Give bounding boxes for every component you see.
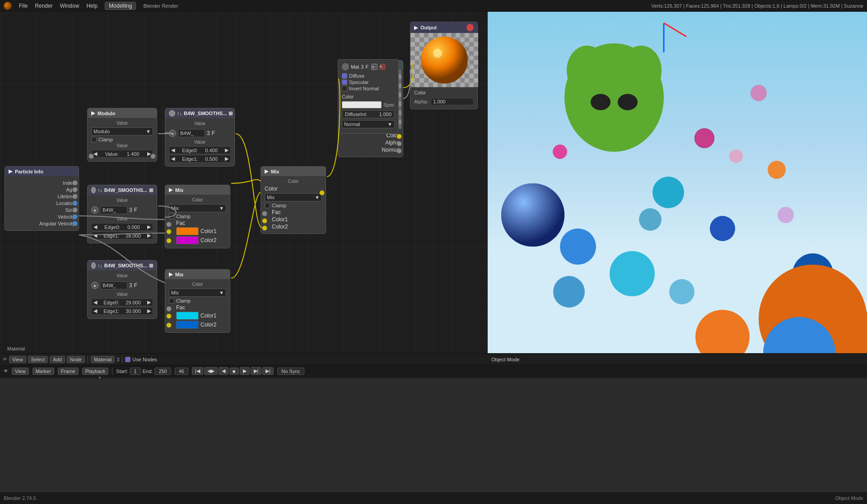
output-alpha-input[interactable]: 1.000 <box>431 98 474 105</box>
color-swatch-white[interactable] <box>342 101 382 108</box>
output-close-btn[interactable] <box>466 24 474 31</box>
smooth3-edge0-input[interactable]: ◀ Edge0: 29.000 ▶ <box>91 299 153 306</box>
mix1-clamp-checkbox[interactable] <box>169 214 174 219</box>
viewport-mode-label: Object Mode <box>491 357 519 362</box>
step-fwd-btn[interactable]: ▶| <box>251 367 262 375</box>
diffuse-int-row[interactable]: DiffuseInt: 1.000 <box>342 110 395 118</box>
smooth3-node[interactable]: ↑↓ B4W_SMOOTHS... ⊞ Value ● B4W_ 3 F Val… <box>87 260 157 319</box>
diffuse-checkbox[interactable] <box>342 73 347 79</box>
mix2-color2-socket <box>262 225 267 231</box>
mat-header-row: Mat 3 F + × <box>342 63 395 70</box>
playback-bar: 👁 View Marker Frame Playback Start: 1 En… <box>0 365 867 377</box>
specular-checkbox[interactable] <box>342 79 347 85</box>
mix3-clamp-checkbox[interactable] <box>169 298 174 303</box>
svg-point-32 <box>653 177 684 208</box>
mix1-node[interactable]: ▶ Mix Color Mix ▼ Clamp Fac Color1 <box>165 185 230 248</box>
modulo-node[interactable]: ▶ Modulo Value Modulo ▼ Clamp Value ◀ Va… <box>87 108 157 162</box>
svg-point-31 <box>695 310 750 353</box>
playback-btn[interactable]: Playback <box>82 368 109 375</box>
normal-dropdown[interactable]: Normal ▼ <box>342 120 395 128</box>
start-frame-input[interactable]: 1 <box>130 368 141 375</box>
current-frame-input[interactable]: 46 <box>175 368 188 375</box>
menu-file[interactable]: File <box>19 3 28 9</box>
use-nodes-checkbox[interactable] <box>125 357 131 362</box>
output-icon: ▶ <box>414 25 418 31</box>
invert-normal-checkbox[interactable] <box>342 86 347 91</box>
node-menu[interactable]: Node <box>67 356 85 363</box>
particle-info-node[interactable]: ▶ Particle Info Index Age Lifetime Locat… <box>5 166 79 231</box>
view-menu[interactable]: View <box>9 356 26 363</box>
mix1-color2-swatch[interactable] <box>176 236 199 244</box>
status-bar-stats: Verts:126,307 | Faces:125,964 | Tris:251… <box>651 3 863 9</box>
jump-end-btn[interactable]: ▶| <box>262 367 274 375</box>
play-btn[interactable]: ▶ <box>240 367 250 375</box>
stop-btn[interactable]: ■ <box>229 368 239 375</box>
smooth1-node[interactable]: ↑↓ B4W_SMOOTHS... ⊞ Value ● B4W_ 3 F Val… <box>165 108 235 167</box>
mix3-body: Color Mix ▼ Clamp Fac Color1 Color2 <box>165 279 230 332</box>
smooth1-edge0-input[interactable]: ◀ Edge0: 0.400 ▶ <box>169 146 231 154</box>
marker-btn[interactable]: Marker <box>33 368 54 375</box>
modulo-icon: ▶ <box>91 110 95 116</box>
node-editor-bottom-bar: 👁 View Select Add Node Material 3 Use No… <box>0 353 488 365</box>
frame-btn[interactable]: Frame <box>58 368 79 375</box>
mix2-dropdown[interactable]: Mix ▼ <box>265 193 322 201</box>
play-back-btn[interactable]: ◀▶ <box>204 367 218 375</box>
smooth2-edge0-input[interactable]: ◀ Edge0: 0.000 ▶ <box>91 223 153 231</box>
node-editor[interactable]: ▶ Particle Info Index Age Lifetime Locat… <box>0 12 488 353</box>
bottom-status-text: Blender 2.74.5 <box>4 495 36 501</box>
workspace-title[interactable]: Modelling <box>105 2 136 10</box>
mix2-node[interactable]: ▶ Mix Color Color Mix ▼ Clamp Fac <box>261 166 326 234</box>
3d-viewport[interactable] <box>488 12 867 353</box>
select-menu[interactable]: Select <box>28 356 48 363</box>
menu-window[interactable]: Window <box>60 3 79 9</box>
smooth1-dropdown[interactable]: B4W_ <box>178 129 205 137</box>
svg-point-26 <box>560 229 596 265</box>
mix1-dropdown[interactable]: Mix ▼ <box>169 204 226 212</box>
particle-age-socket <box>72 187 78 192</box>
modulo-dropdown[interactable]: Modulo ▼ <box>91 127 153 135</box>
end-frame-input[interactable]: 250 <box>154 368 171 375</box>
particle-size-socket <box>72 207 78 213</box>
smooth2-icon <box>91 187 96 193</box>
smooth2-node[interactable]: ↑↓ B4W_SMOOTHS... ⊞ Value ● B4W_ 3 F Val… <box>87 185 157 243</box>
mix1-color1-swatch[interactable] <box>176 227 199 235</box>
particle-angular-velocity-socket <box>72 221 78 226</box>
smooth2-edge1-input[interactable]: ◀ Edge1: 28.000 ▶ <box>91 232 153 239</box>
mix3-header: ▶ Mix <box>165 270 230 279</box>
mat-close-btn[interactable]: × <box>379 64 386 70</box>
color-label: Color <box>342 94 395 99</box>
svg-point-37 <box>553 276 585 308</box>
mix2-clamp-row: Clamp <box>265 203 322 208</box>
smooth1-edge1-input[interactable]: ◀ Edge1: 0.500 ▶ <box>169 155 231 163</box>
mix3-dropdown[interactable]: Mix ▼ <box>169 289 226 297</box>
playback-controls: |◀ ◀▶ ◀ ■ ▶ ▶| ▶| <box>192 367 274 375</box>
modulo-clamp-checkbox[interactable] <box>91 137 97 142</box>
object-mode-right: Object Mode <box>835 495 863 501</box>
step-back-btn[interactable]: ◀ <box>219 367 228 375</box>
menu-render[interactable]: Render <box>35 3 52 9</box>
svg-point-38 <box>669 279 695 304</box>
view-btn-bottom[interactable]: View <box>12 368 29 375</box>
mix2-clamp-checkbox[interactable] <box>265 203 270 208</box>
modulo-value-input[interactable]: ◀ Value: 1.400 ▶ <box>91 150 153 158</box>
mix3-color1-swatch[interactable] <box>176 312 199 320</box>
separator1 <box>88 356 88 363</box>
output-node[interactable]: ▶ Output <box>410 22 478 109</box>
material-dropdown-bar[interactable]: Material <box>91 356 115 363</box>
add-menu[interactable]: Add <box>50 356 65 363</box>
menu-help[interactable]: Help <box>86 3 98 9</box>
mix3-node[interactable]: ▶ Mix Color Mix ▼ Clamp Fac Color1 <box>165 269 230 333</box>
mat-add-btn[interactable]: + <box>371 64 378 70</box>
svg-point-25 <box>501 183 564 247</box>
jump-start-btn[interactable]: |◀ <box>192 367 203 375</box>
mix3-color2-swatch[interactable] <box>176 321 199 329</box>
sync-dropdown[interactable]: No Sync <box>277 368 304 375</box>
particle-age-row: Age <box>9 187 75 192</box>
smooth2-dropdown[interactable]: B4W_ <box>100 206 127 214</box>
svg-point-16 <box>591 94 611 110</box>
separator2 <box>122 356 122 363</box>
smooth3-icon <box>91 262 96 269</box>
svg-point-14 <box>567 46 607 95</box>
smooth3-edge1-input[interactable]: ◀ Edge1: 30.000 ▶ <box>91 307 153 315</box>
smooth3-dropdown[interactable]: B4W_ <box>100 281 127 289</box>
